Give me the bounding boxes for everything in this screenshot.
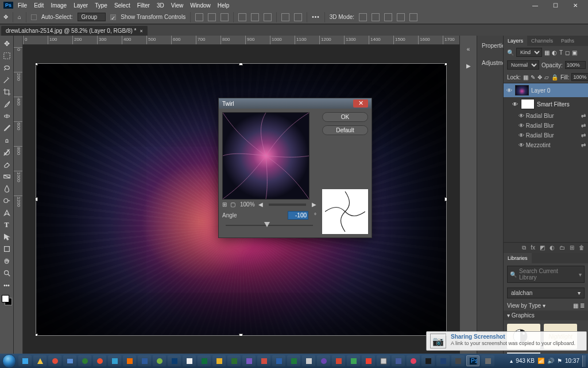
menu-window[interactable]: Window xyxy=(190,2,211,9)
type-tool-icon[interactable]: T xyxy=(1,219,13,231)
visibility-icon[interactable]: 👁 xyxy=(519,142,524,148)
visibility-icon[interactable]: 👁 xyxy=(519,122,524,129)
visibility-icon[interactable]: 👁 xyxy=(519,113,524,119)
show-transform-checkbox[interactable]: ✓ xyxy=(110,14,116,20)
filter-adjust-icon[interactable]: ◐ xyxy=(552,49,557,56)
close-icon[interactable]: × xyxy=(140,28,143,34)
tray-chevron-icon[interactable]: ▴ xyxy=(510,358,513,364)
menu-image[interactable]: Image xyxy=(51,2,67,9)
taskbar-app-icon[interactable] xyxy=(198,355,211,366)
history-brush-icon[interactable] xyxy=(1,147,13,158)
taskbar-app-icon[interactable] xyxy=(48,355,61,366)
tray-volume-icon[interactable]: 🔊 xyxy=(547,358,554,364)
filter-preview[interactable] xyxy=(222,112,310,200)
vertical-ruler[interactable]: 020040060080010001200 xyxy=(14,36,23,354)
trash-icon[interactable]: 🗑 xyxy=(579,244,585,251)
library-dropdown[interactable]: alalchan▾ xyxy=(507,288,585,298)
menu-filter[interactable]: Filter xyxy=(137,2,150,9)
smart-filters-group[interactable]: 👁 Smart Filters xyxy=(504,97,588,111)
close-icon[interactable]: ✕ xyxy=(573,2,578,9)
blend-mode-dropdown[interactable]: Normal xyxy=(507,60,539,70)
lock-paint-icon[interactable]: ✎ xyxy=(531,74,535,80)
mask-icon[interactable]: ◩ xyxy=(540,244,545,251)
crop-tool-icon[interactable] xyxy=(1,86,13,98)
menu-layer[interactable]: Layer xyxy=(74,2,88,9)
distribute-v-icon[interactable] xyxy=(294,13,302,21)
blur-tool-icon[interactable] xyxy=(1,183,13,194)
link-icon[interactable]: ⧉ xyxy=(522,244,526,251)
wand-tool-icon[interactable] xyxy=(1,74,13,86)
menu-select[interactable]: Select xyxy=(114,2,130,9)
taskbar-app-icon[interactable] xyxy=(287,355,300,366)
brush-tool-icon[interactable] xyxy=(1,122,13,134)
fill-input[interactable] xyxy=(571,73,588,81)
taskbar-app-icon[interactable] xyxy=(332,355,345,366)
layer-name[interactable]: Layer 0 xyxy=(531,87,550,94)
tab-paths[interactable]: Paths xyxy=(557,36,578,46)
tray-flag-icon[interactable]: ⚑ xyxy=(557,358,562,364)
filter-options-icon[interactable]: ⇄ xyxy=(581,122,586,129)
edit-toolbar-icon[interactable]: ••• xyxy=(1,279,13,291)
align-top-icon[interactable] xyxy=(238,13,246,21)
taskbar-app-icon[interactable] xyxy=(436,355,450,366)
filter-item[interactable]: 👁 Radial Blur⇄ xyxy=(504,131,588,140)
chevrons-icon[interactable]: « xyxy=(467,46,470,52)
taskbar-app-icon[interactable] xyxy=(153,355,166,366)
taskbar-app-icon[interactable] xyxy=(227,355,241,366)
3d-scale-icon[interactable] xyxy=(397,13,405,21)
taskbar-app-icon[interactable] xyxy=(481,355,494,366)
fx-icon[interactable]: fx xyxy=(531,244,535,251)
list-view-icon[interactable]: ≣ xyxy=(580,302,585,309)
taskbar-app-icon[interactable] xyxy=(33,355,47,366)
tab-libraries[interactable]: Libraries xyxy=(504,253,532,263)
taskbar-app-icon[interactable] xyxy=(407,355,420,366)
color-swatch[interactable] xyxy=(2,295,12,305)
lock-all-icon[interactable]: 🔒 xyxy=(551,74,558,80)
tab-layers[interactable]: Layers xyxy=(504,36,527,46)
taskbar-app-icon[interactable] xyxy=(93,355,106,366)
kind-dropdown[interactable]: Kind xyxy=(516,48,542,57)
layer-item[interactable]: 👁 Layer 0 xyxy=(504,83,588,97)
menu-file[interactable]: File xyxy=(18,2,27,9)
filter-item[interactable]: 👁 Radial Blur⇄ xyxy=(504,121,588,131)
taskbar-app-icon[interactable] xyxy=(377,355,390,366)
taskbar-app-icon[interactable] xyxy=(272,355,285,366)
more-align-icon[interactable]: ••• xyxy=(312,14,320,20)
heal-tool-icon[interactable] xyxy=(1,110,13,122)
visibility-icon[interactable]: 👁 xyxy=(506,87,513,94)
auto-select-dropdown[interactable]: Group xyxy=(78,13,106,21)
taskbar-app-icon[interactable] xyxy=(317,355,330,366)
taskbar-app-icon[interactable] xyxy=(242,355,256,366)
new-layer-icon[interactable]: ⊞ xyxy=(570,244,574,251)
kind-filter-icon[interactable]: 🔍 xyxy=(507,49,514,56)
default-button[interactable]: Default xyxy=(322,125,368,135)
maximize-icon[interactable]: ☐ xyxy=(553,2,558,9)
smart-filter-mask[interactable] xyxy=(521,99,535,109)
taskbar-app-icon[interactable] xyxy=(257,355,270,366)
adjustment-icon[interactable]: ◐ xyxy=(550,244,555,251)
align-center-icon[interactable] xyxy=(208,13,216,21)
angle-slider[interactable] xyxy=(226,221,313,230)
align-left-icon[interactable] xyxy=(195,13,203,21)
taskbar-app-icon[interactable] xyxy=(78,355,91,366)
layer-thumbnail[interactable] xyxy=(515,85,529,95)
taskbar-app-icon[interactable] xyxy=(362,355,375,366)
align-middle-icon[interactable] xyxy=(251,13,259,21)
dodge-tool-icon[interactable] xyxy=(1,195,13,206)
filter-options-icon[interactable]: ⇄ xyxy=(581,132,586,139)
group-icon[interactable]: 🗀 xyxy=(559,244,565,251)
3d-pan-icon[interactable] xyxy=(372,13,380,21)
taskbar-app-icon[interactable] xyxy=(347,355,360,366)
menu-type[interactable]: Type xyxy=(95,2,107,9)
grid-view-icon[interactable]: ▦ xyxy=(573,302,578,309)
menu-view[interactable]: View xyxy=(171,2,184,9)
menu-3d[interactable]: 3D xyxy=(157,2,164,9)
pen-tool-icon[interactable] xyxy=(1,207,13,218)
properties-panel-toggle[interactable]: Properties xyxy=(479,41,501,49)
3d-zoom-icon[interactable] xyxy=(384,13,392,21)
zoom-out-icon[interactable]: ◀ xyxy=(258,201,263,208)
menu-help[interactable]: Help xyxy=(218,2,230,9)
taskbar-app-icon[interactable] xyxy=(123,355,136,366)
minimize-icon[interactable]: — xyxy=(532,2,538,9)
document-tab[interactable]: drewLalchan-2514.jpg @ 58.2% (Layer 0, R… xyxy=(1,26,148,36)
